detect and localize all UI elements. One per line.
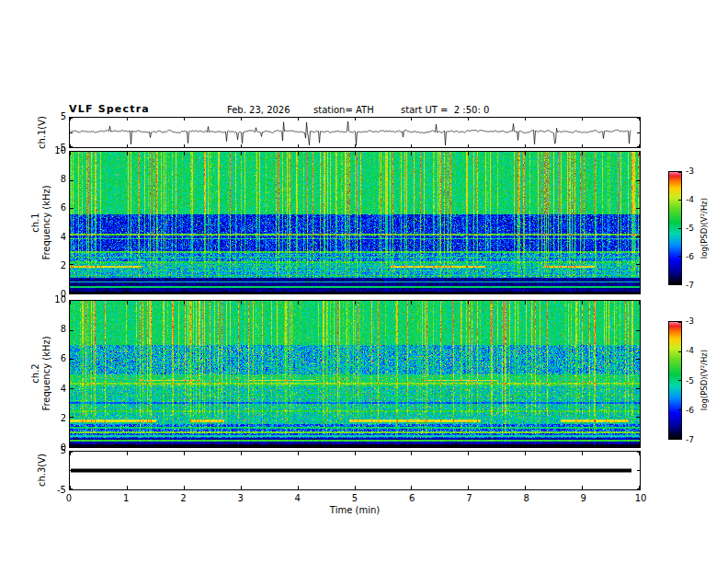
colorbar-ch1-tick-label: -4 bbox=[686, 195, 704, 204]
ylabel-line: ch.1 bbox=[30, 154, 41, 292]
colorbar-ch1 bbox=[668, 171, 682, 285]
x-tick-label: 5 bbox=[346, 493, 364, 503]
station-label: station= ATH bbox=[313, 105, 374, 115]
ch3-waveform-panel bbox=[69, 451, 641, 490]
colorbar-ch2-tick-label: -5 bbox=[686, 376, 704, 385]
y-tick-label-ch1-freq: 10 bbox=[42, 145, 66, 155]
colorbar-ch1-canvas bbox=[669, 172, 681, 284]
x-tick-label: 10 bbox=[631, 493, 650, 503]
y-tick-label-ch1-freq: 4 bbox=[42, 232, 66, 242]
x-tick-label: 1 bbox=[117, 493, 135, 503]
x-tick-label: 7 bbox=[460, 493, 478, 503]
plot-title: VLF Spectra bbox=[69, 103, 150, 115]
x-tick-label: 2 bbox=[174, 493, 192, 503]
y-tick-label-ch2-freq: 10 bbox=[42, 294, 66, 304]
ch2-spectrogram-canvas bbox=[70, 301, 640, 447]
colorbar-ch2-tick-label: -3 bbox=[686, 316, 704, 326]
ylabel-line: ch.2 bbox=[30, 304, 41, 442]
x-tick-label: 0 bbox=[60, 493, 78, 503]
y-tick-label-ch1-volts: 5 bbox=[42, 111, 66, 121]
vlf-spectra-figure: VLF Spectra Feb. 23, 2026 station= ATH s… bbox=[0, 0, 728, 563]
y-tick-label-ch1-freq: 8 bbox=[42, 174, 66, 184]
ch1-spectrogram-panel bbox=[69, 151, 641, 294]
x-tick-label: 4 bbox=[289, 493, 307, 503]
ch1-waveform-canvas bbox=[70, 118, 640, 147]
y-tick-label-ch2-freq: 6 bbox=[42, 353, 66, 363]
y-tick-label-ch1-freq: 6 bbox=[42, 202, 66, 213]
y-tick-label-ch2-freq: 2 bbox=[42, 413, 66, 423]
ch1-spectrogram-canvas bbox=[70, 152, 640, 293]
ch1-waveform-panel bbox=[69, 117, 641, 148]
date-label: Feb. 23, 2026 bbox=[227, 105, 290, 115]
x-tick-label: 8 bbox=[518, 493, 536, 503]
colorbar-ch1-tick-label: -5 bbox=[686, 224, 704, 233]
y-tick-label-ch1-freq: 2 bbox=[42, 260, 66, 270]
colorbar-ch1-tick-label: -7 bbox=[686, 281, 704, 290]
colorbar-ch2-canvas bbox=[669, 322, 681, 439]
x-tick-label: 9 bbox=[574, 493, 593, 503]
ch2-spectrogram-panel bbox=[69, 300, 641, 448]
y-tick-label-ch2-freq: 8 bbox=[42, 324, 66, 334]
colorbar-ch2-tick-label: -6 bbox=[686, 406, 704, 415]
x-tick-label: 6 bbox=[403, 493, 421, 503]
x-axis-label: Time (min) bbox=[309, 505, 401, 515]
colorbar-ch1-tick-label: -3 bbox=[686, 167, 704, 176]
start-ut-label: start UT = 2 :50: 0 bbox=[401, 105, 489, 115]
y-tick-label-ch2-freq: 0 bbox=[42, 442, 66, 453]
ch3-waveform-canvas bbox=[70, 452, 640, 489]
colorbar-ch1-tick-label: -6 bbox=[686, 252, 704, 261]
x-tick-label: 3 bbox=[232, 493, 250, 503]
colorbar-ch2-tick-label: -7 bbox=[686, 435, 704, 444]
y-tick-label-ch2-freq: 4 bbox=[42, 384, 66, 394]
colorbar-ch2-tick-label: -4 bbox=[686, 346, 704, 355]
colorbar-ch2 bbox=[668, 321, 682, 440]
